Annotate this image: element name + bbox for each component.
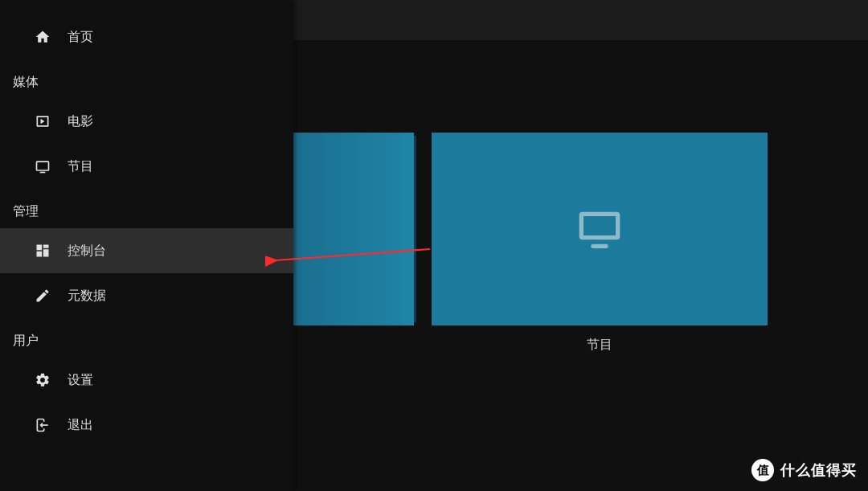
sidebar-item-label: 设置 — [68, 372, 93, 389]
sidebar-item-movies[interactable]: 电影 — [0, 99, 293, 144]
library-card-shows[interactable] — [432, 133, 768, 325]
svg-rect-0 — [37, 162, 49, 170]
sidebar-section-media: 媒体 — [0, 59, 293, 99]
card-stack-edge — [414, 136, 416, 322]
watermark: 值 什么值得买 — [751, 459, 857, 481]
watermark-badge: 值 — [751, 459, 774, 481]
sidebar-item-shows[interactable]: 节目 — [0, 144, 293, 189]
library-card-label: 节目 — [432, 337, 768, 354]
gear-icon — [34, 371, 51, 389]
tv-big-icon — [567, 203, 632, 255]
sidebar-section-manage: 管理 — [0, 189, 293, 228]
sidebar-item-dashboard[interactable]: 控制台 — [0, 228, 293, 273]
sidebar-item-exit[interactable]: 退出 — [0, 403, 293, 448]
sidebar-item-label: 退出 — [68, 417, 93, 434]
sidebar-item-label: 首页 — [68, 29, 93, 46]
sidebar-item-label: 控制台 — [68, 243, 106, 260]
svg-rect-3 — [583, 216, 616, 235]
movie-icon — [34, 113, 51, 130]
sidebar-section-user: 用户 — [0, 318, 293, 358]
exit-icon — [34, 416, 51, 434]
library-card-partial[interactable] — [293, 133, 414, 325]
tv-icon — [34, 158, 51, 175]
sidebar-item-settings[interactable]: 设置 — [0, 358, 293, 403]
sidebar-item-label: 元数据 — [68, 288, 106, 305]
sidebar: 首页 媒体 电影 节目 管理 控制台 元数据 用户 设置 — [0, 0, 293, 491]
content-area: 节目 — [293, 40, 868, 491]
sidebar-item-home[interactable]: 首页 — [0, 14, 293, 59]
pencil-icon — [34, 287, 51, 305]
sidebar-item-label: 电影 — [68, 113, 93, 130]
watermark-text: 什么值得买 — [780, 460, 857, 480]
library-cards-row: 节目 — [293, 133, 768, 354]
sidebar-item-label: 节目 — [68, 158, 93, 175]
dashboard-icon — [34, 242, 51, 260]
sidebar-item-metadata[interactable]: 元数据 — [0, 273, 293, 318]
home-icon — [34, 28, 51, 46]
svg-rect-4 — [591, 244, 608, 248]
